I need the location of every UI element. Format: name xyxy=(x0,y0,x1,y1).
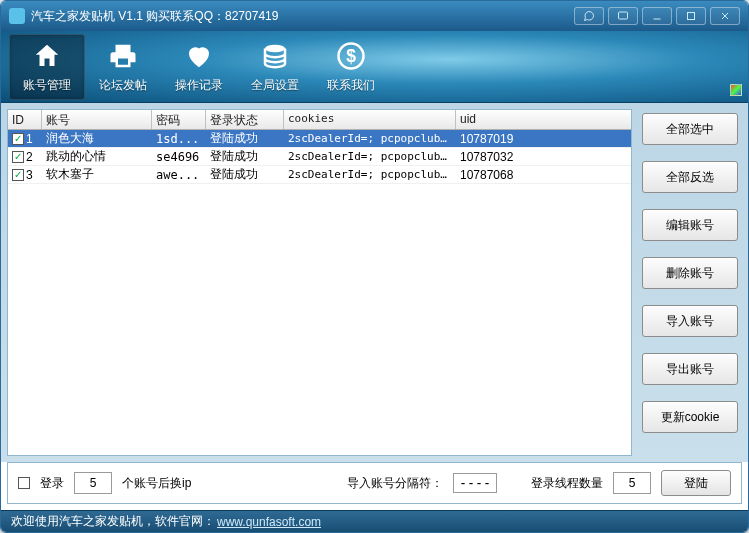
toolbar-label: 操作记录 xyxy=(175,77,223,94)
bottom-bar: 登录 个账号后换ip 导入账号分隔符： 登录线程数量 登陆 xyxy=(7,462,742,504)
svg-text:$: $ xyxy=(346,46,356,66)
login-check-label: 登录 xyxy=(40,475,64,492)
table-row[interactable]: 2跳动的心情se4696登陆成功2scDealerId=; pcpopclub=… xyxy=(8,148,631,166)
cell-pwd: awe... xyxy=(152,167,206,183)
toolbar-label: 联系我们 xyxy=(327,77,375,94)
table-row[interactable]: 3软木塞子awe...登陆成功2scDealerId=; pcpopclub=3… xyxy=(8,166,631,184)
svg-rect-2 xyxy=(688,13,695,20)
login-count-input[interactable] xyxy=(74,472,112,494)
th-id[interactable]: ID xyxy=(8,110,42,129)
import-sep-input[interactable] xyxy=(453,473,497,493)
toolbar-dollar-button[interactable]: $联系我们 xyxy=(313,34,389,100)
svg-point-5 xyxy=(265,45,285,53)
side-buttons: 全部选中全部反选编辑账号删除账号导入账号导出账号更新cookie xyxy=(638,109,742,456)
table-body[interactable]: 1润色大海1sd...登陆成功2scDealerId=; pcpopclub=C… xyxy=(8,130,631,455)
toolbar-heart-button[interactable]: 操作记录 xyxy=(161,34,237,100)
toolbar-coins-button[interactable]: 全局设置 xyxy=(237,34,313,100)
toolbar-print-button[interactable]: 论坛发帖 xyxy=(85,34,161,100)
cell-uid: 10787019 xyxy=(456,131,631,147)
thread-label: 登录线程数量 xyxy=(531,475,603,492)
th-login[interactable]: 登录状态 xyxy=(206,110,284,129)
cell-user: 跳动的心情 xyxy=(42,147,152,166)
cell-login: 登陆成功 xyxy=(206,130,284,148)
cell-cookies: 2scDealerId=; pcpopclub=C... xyxy=(284,131,456,146)
import-sep-label: 导入账号分隔符： xyxy=(347,475,443,492)
side-button-6[interactable]: 更新cookie xyxy=(642,401,738,433)
dollar-icon: $ xyxy=(334,39,368,73)
cell-user: 软木塞子 xyxy=(42,165,152,184)
toolbar-label: 论坛发帖 xyxy=(99,77,147,94)
app-window: 汽车之家发贴机 V1.1 购买联系QQ：82707419 账号管理论坛发帖操作记… xyxy=(0,0,749,533)
side-button-0[interactable]: 全部选中 xyxy=(642,113,738,145)
cell-pwd: se4696 xyxy=(152,149,206,165)
cell-id: 2 xyxy=(26,150,33,164)
main-area: ID 账号 密码 登录状态 cookies uid 1润色大海1sd...登陆成… xyxy=(1,103,748,462)
maximize-button[interactable] xyxy=(676,7,706,25)
cell-user: 润色大海 xyxy=(42,130,152,148)
titlebar: 汽车之家发贴机 V1.1 购买联系QQ：82707419 xyxy=(1,1,748,31)
titlebar-chat-button[interactable] xyxy=(574,7,604,25)
cell-id: 1 xyxy=(26,132,33,146)
print-icon xyxy=(106,39,140,73)
cell-login: 登陆成功 xyxy=(206,165,284,184)
toolbar: 账号管理论坛发帖操作记录全局设置$联系我们 xyxy=(1,31,748,103)
cell-uid: 10787032 xyxy=(456,149,631,165)
status-link[interactable]: www.qunfasoft.com xyxy=(217,515,321,529)
toolbar-home-button[interactable]: 账号管理 xyxy=(9,34,85,100)
login-switchip-checkbox[interactable] xyxy=(18,477,30,489)
cell-login: 登陆成功 xyxy=(206,147,284,166)
heart-icon xyxy=(182,39,216,73)
row-checkbox[interactable] xyxy=(12,133,24,145)
home-icon xyxy=(30,39,64,73)
side-button-4[interactable]: 导入账号 xyxy=(642,305,738,337)
side-button-1[interactable]: 全部反选 xyxy=(642,161,738,193)
cell-uid: 10787068 xyxy=(456,167,631,183)
status-bar: 欢迎使用汽车之家发贴机，软件官网： www.qunfasoft.com xyxy=(1,510,748,532)
coins-icon xyxy=(258,39,292,73)
side-button-2[interactable]: 编辑账号 xyxy=(642,209,738,241)
titlebar-settings-button[interactable] xyxy=(608,7,638,25)
minimize-button[interactable] xyxy=(642,7,672,25)
close-button[interactable] xyxy=(710,7,740,25)
thread-count-input[interactable] xyxy=(613,472,651,494)
th-user[interactable]: 账号 xyxy=(42,110,152,129)
row-checkbox[interactable] xyxy=(12,151,24,163)
table-row[interactable]: 1润色大海1sd...登陆成功2scDealerId=; pcpopclub=C… xyxy=(8,130,631,148)
row-checkbox[interactable] xyxy=(12,169,24,181)
account-table: ID 账号 密码 登录状态 cookies uid 1润色大海1sd...登陆成… xyxy=(7,109,632,456)
app-icon xyxy=(9,8,25,24)
login-count-suffix: 个账号后换ip xyxy=(122,475,191,492)
login-button[interactable]: 登陆 xyxy=(661,470,731,496)
table-header-row: ID 账号 密码 登录状态 cookies uid xyxy=(8,110,631,130)
cell-id: 3 xyxy=(26,168,33,182)
status-text: 欢迎使用汽车之家发贴机，软件官网： xyxy=(11,513,215,530)
th-uid[interactable]: uid xyxy=(456,110,631,129)
th-cookies[interactable]: cookies xyxy=(284,110,456,129)
window-title: 汽车之家发贴机 V1.1 购买联系QQ：82707419 xyxy=(31,8,278,25)
toolbar-label: 全局设置 xyxy=(251,77,299,94)
side-button-3[interactable]: 删除账号 xyxy=(642,257,738,289)
svg-rect-0 xyxy=(619,12,628,19)
cell-pwd: 1sd... xyxy=(152,131,206,147)
side-button-5[interactable]: 导出账号 xyxy=(642,353,738,385)
toolbar-label: 账号管理 xyxy=(23,77,71,94)
th-pwd[interactable]: 密码 xyxy=(152,110,206,129)
cell-cookies: 2scDealerId=; pcpopclub=3... xyxy=(284,167,456,182)
cell-cookies: 2scDealerId=; pcpopclub=3... xyxy=(284,149,456,164)
